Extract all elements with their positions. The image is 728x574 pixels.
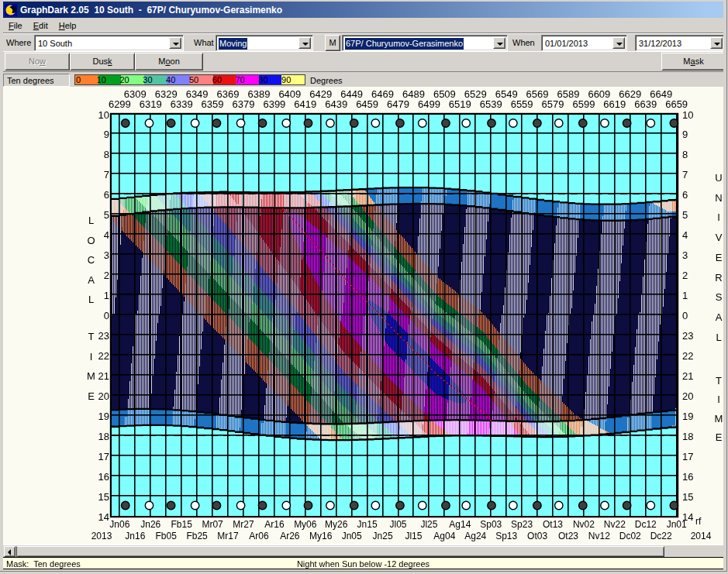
x-axis-top-label: 6559: [511, 98, 533, 110]
x-axis-bottom-label: Jn16: [125, 531, 145, 541]
y-axis-hour-label-right: 14: [682, 511, 693, 523]
y-axis-hour-label-right: 9: [682, 129, 688, 140]
y-axis-title-left: E: [88, 390, 95, 401]
menu-item-file[interactable]: File: [3, 19, 28, 32]
legend-tick-label: 60: [212, 75, 222, 84]
where-combobox[interactable]: 10 South: [34, 35, 184, 51]
x-axis-bottom-label: Jl15: [405, 531, 422, 541]
mask-button[interactable]: Mask: [661, 53, 726, 70]
date-from-dropdown-button[interactable]: [612, 37, 625, 49]
chevron-down-icon: [616, 43, 623, 46]
date-from-combobox[interactable]: 01/01/2013: [541, 35, 627, 51]
x-axis-bottom-label: Ot03: [527, 531, 547, 541]
x-axis-bottom-label: Ot23: [558, 531, 578, 541]
x-axis-bottom-label: Fb15: [171, 519, 191, 530]
scrollbar-thumb[interactable]: [16, 546, 664, 557]
y-axis-title-right: I: [717, 394, 720, 405]
y-axis-hour-label-right: 21: [682, 370, 693, 382]
visibility-chart[interactable]: [3, 87, 728, 545]
y-axis-hour-label-right: 18: [682, 431, 693, 442]
date-to-dropdown-button[interactable]: [710, 37, 723, 49]
x-axis-bottom-label: Mr27: [233, 519, 254, 530]
x-axis-top-label: 6599: [572, 98, 595, 110]
x-axis-bottom-label: Sp23: [511, 519, 533, 530]
x-axis-bottom-label: Nv02: [573, 519, 595, 530]
y-axis-title-left: A: [88, 273, 95, 285]
y-axis-title-right: A: [716, 311, 723, 322]
x-axis-top-label: 6579: [542, 98, 564, 110]
y-axis-hour-label-right: 20: [682, 390, 693, 402]
legend-tick-label: 10: [97, 75, 106, 84]
date-to-value: 31/12/2013: [638, 38, 682, 50]
x-axis-bottom-label: Dc22: [650, 531, 672, 541]
dusk-button[interactable]: Dusk: [70, 53, 135, 70]
x-axis-bottom-label: Fb25: [186, 531, 207, 541]
chevron-down-icon: [497, 43, 503, 46]
y-axis-hour-label-right: 10: [682, 108, 693, 120]
status-bar: Mask: Ten degrees Night when Sun below -…: [3, 557, 723, 569]
x-axis-top-label: 6419: [294, 98, 316, 110]
y-axis-hour-label-left: 22: [98, 350, 109, 362]
x-axis-top-label: 6499: [418, 98, 440, 110]
y-axis-title-right: E: [716, 251, 723, 263]
x-axis-top-label: 6639: [634, 98, 657, 110]
y-axis-hour-label-left: 9: [104, 129, 109, 140]
y-axis-title-right: I: [717, 211, 720, 223]
x-axis-bottom-label: Fb05: [156, 531, 177, 541]
what-combobox[interactable]: Moving: [216, 35, 313, 51]
x-axis-top-label: 6379: [233, 98, 255, 110]
what-value: Moving: [219, 38, 247, 50]
x-axis-bottom-label: Dc12: [635, 519, 657, 530]
y-axis-title-right: L: [716, 331, 721, 342]
y-axis-title-right: N: [715, 191, 722, 203]
menu-bar: FileEditHelp: [3, 18, 728, 33]
y-axis-hour-label-right: 16: [682, 471, 693, 483]
title-bar[interactable]: GraphDark 2.05 10 South - 67P/ Churyumov…: [3, 2, 728, 18]
scrollbar-left-arrow[interactable]: [4, 546, 16, 557]
x-axis-bottom-label: Ot13: [543, 519, 563, 530]
y-axis-hour-label-left: 18: [98, 431, 109, 442]
where-dropdown-button[interactable]: [169, 37, 181, 49]
x-axis-top-label: 6439: [325, 98, 347, 110]
chart-signature: rf: [695, 516, 701, 527]
y-axis-hour-label-left: 20: [98, 390, 109, 402]
where-label: Where: [6, 38, 31, 47]
x-axis-year-label: 2013: [91, 531, 112, 541]
object-combobox[interactable]: 67P/ Churyumov-Gerasimenko: [342, 35, 508, 51]
y-axis-title-left: O: [87, 234, 95, 246]
what-dropdown-button[interactable]: [298, 37, 311, 49]
y-axis-title-left: T: [88, 331, 95, 342]
x-axis-top-label: 6299: [109, 98, 131, 110]
when-label: When: [512, 38, 535, 47]
y-axis-hour-label-right: 3: [682, 249, 688, 261]
x-axis-bottom-label: Jn06: [109, 519, 129, 530]
y-axis-hour-label-left: 17: [98, 451, 109, 462]
legend-row: Ten degrees Degrees 0102030405060708090: [3, 71, 723, 87]
y-axis-title-right: E: [716, 431, 723, 443]
menu-item-help[interactable]: Help: [53, 19, 82, 32]
y-axis-hour-label-right: 17: [682, 451, 693, 462]
menu-item-edit[interactable]: Edit: [28, 19, 53, 32]
y-axis-hour-label-right: 1: [682, 290, 688, 301]
x-axis-top-label: 6359: [202, 98, 224, 110]
moon-button[interactable]: Moon: [135, 53, 203, 70]
horizontal-scrollbar[interactable]: [3, 545, 723, 557]
m-button[interactable]: M: [325, 35, 340, 51]
chart-panel: 6299630963196329633963496359636963796389…: [3, 87, 723, 545]
x-axis-bottom-label: My16: [309, 531, 332, 541]
x-axis-top-label: 6539: [480, 98, 502, 110]
y-axis-hour-label-left: 10: [98, 108, 109, 120]
date-to-combobox[interactable]: 31/12/2013: [635, 35, 725, 51]
x-axis-bottom-label: Jl05: [389, 519, 406, 530]
y-axis-hour-label-right: 22: [682, 350, 693, 362]
y-axis-title-right: T: [716, 375, 722, 387]
x-axis-bottom-label: Jn25: [373, 531, 393, 541]
y-axis-hour-label-right: 7: [682, 169, 688, 180]
object-dropdown-button[interactable]: [493, 37, 505, 49]
x-axis-bottom-label: Ar26: [280, 531, 299, 541]
y-axis-hour-label-left: 3: [104, 249, 109, 261]
y-axis-hour-label-left: 8: [104, 149, 109, 160]
x-axis-bottom-label: Ag04: [433, 531, 455, 541]
legend-label: Ten degrees: [3, 74, 70, 87]
now-button[interactable]: Now: [5, 53, 70, 70]
